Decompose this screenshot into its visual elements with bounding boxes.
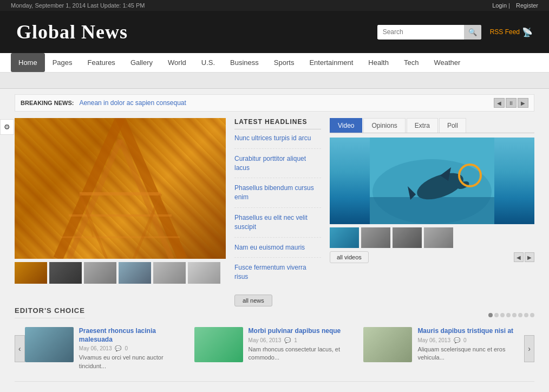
thumb-1[interactable] <box>15 262 47 284</box>
editor-article-title[interactable]: Praesent rhoncus lacinia malesuada <box>79 327 186 344</box>
thumb-4[interactable] <box>119 262 151 284</box>
ec-top: EDITOR'S CHOICE <box>15 306 534 324</box>
footer-line <box>15 381 534 387</box>
nav-item-business: Business <box>223 53 266 72</box>
editors-choice-title: EDITOR'S CHOICE <box>15 306 85 318</box>
breaking-news: BREAKING NEWS: Aenean in dolor ac sapien… <box>15 94 534 112</box>
video-thumb-4[interactable] <box>424 227 453 248</box>
editor-info: Praesent rhoncus lacinia malesuadaMay 06… <box>79 327 186 370</box>
headline-link[interactable]: Nunc ultrices turpis id arcu <box>234 134 321 143</box>
headline-item: Phasellus bibendum cursus enim <box>234 184 321 208</box>
editor-article-title[interactable]: Morbi pulvinar dapibus neque <box>249 327 355 336</box>
video-thumb-row <box>330 227 534 248</box>
video-thumb-1[interactable] <box>330 227 359 248</box>
editor-comments: 0 <box>125 345 128 351</box>
ec-dot[interactable] <box>530 313 534 317</box>
video-tabs: VideoOpinionsExtraPoll <box>330 118 534 133</box>
nav-item-u.s.: U.S. <box>194 53 223 72</box>
headline-link[interactable]: Phasellus bibendum cursus enim <box>234 184 321 202</box>
editor-info: Mauris dapibus tristique nisi atMay 06, … <box>417 327 524 362</box>
editor-date: May 06, 2013 <box>417 337 450 343</box>
nav-link-health[interactable]: Health <box>361 53 396 72</box>
breaking-news-text: Aenean in dolor ac sapien consequat <box>79 99 494 107</box>
headline-link[interactable]: Curabitur porttitor aliquet lacus <box>234 154 321 173</box>
top-bar: Monday, September 1, 2014 Last Update: 1… <box>0 0 549 11</box>
nav-item-world: World <box>160 53 194 72</box>
login-link[interactable]: Login <box>492 2 507 9</box>
breaking-next-button[interactable]: ▶ <box>518 98 528 108</box>
main-image-area <box>15 118 226 306</box>
nav-link-entertainment[interactable]: Entertainment <box>302 53 361 72</box>
settings-icon: ⚙ <box>4 123 10 131</box>
rss-icon: 📡 <box>522 27 533 37</box>
breaking-prev-button[interactable]: ◀ <box>494 98 505 108</box>
register-link[interactable]: Register <box>516 2 538 9</box>
editor-meta: May 06, 2013 💬 1 <box>249 337 355 343</box>
nav-link-world[interactable]: World <box>160 53 194 72</box>
nav-link-pages[interactable]: Pages <box>45 53 80 72</box>
video-main-image[interactable] <box>330 138 534 224</box>
all-videos-button[interactable]: all videos <box>330 251 369 263</box>
ec-dot[interactable] <box>488 313 493 317</box>
ec-dot[interactable] <box>512 313 517 317</box>
video-tab-opinions[interactable]: Opinions <box>363 118 405 133</box>
breaking-news-label: BREAKING NEWS: <box>21 100 74 106</box>
nav-item-gallery: Gallery <box>123 53 160 72</box>
nav-link-home[interactable]: Home <box>11 53 45 72</box>
nav-link-sports[interactable]: Sports <box>266 53 302 72</box>
svg-line-3 <box>120 140 172 259</box>
ec-dot[interactable] <box>524 313 528 317</box>
thumb-5[interactable] <box>153 262 186 284</box>
editors-prev-button[interactable]: ‹ <box>15 335 25 362</box>
thumb-2[interactable] <box>49 262 82 284</box>
all-news-button[interactable]: all news <box>234 295 272 306</box>
video-thumb-3[interactable] <box>393 227 422 248</box>
editor-comments: 0 <box>463 337 467 343</box>
ec-dot[interactable] <box>518 313 522 317</box>
editor-date: May 06, 2013 <box>79 345 112 351</box>
video-tab-extra[interactable]: Extra <box>407 118 438 133</box>
nav-link-tech[interactable]: Tech <box>396 53 426 72</box>
header: Global News 🔍 RSS Feed 📡 <box>0 11 549 53</box>
editor-article-title[interactable]: Mauris dapibus tristique nisi at <box>417 327 524 336</box>
editor-meta: May 06, 2013 💬 0 <box>79 345 186 351</box>
sub-header-band <box>0 73 549 89</box>
headlines-area: LATEST HEADLINES Nunc ultrices turpis id… <box>234 118 321 306</box>
video-next-button[interactable]: ▶ <box>525 252 534 262</box>
comment-icon: 💬 <box>454 337 460 343</box>
headline-link[interactable]: Nam eu euismod mauris <box>234 243 321 252</box>
eiffel-graphic <box>15 118 226 259</box>
nav-link-u.s.[interactable]: U.S. <box>194 53 223 72</box>
editor-image <box>25 327 74 362</box>
thumb-6[interactable] <box>188 262 220 284</box>
editors-next-button[interactable]: › <box>524 335 534 362</box>
video-thumb-2[interactable] <box>361 227 390 248</box>
editor-card: Morbi pulvinar dapibus nequeMay 06, 2013… <box>194 327 355 362</box>
nav-link-business[interactable]: Business <box>223 53 266 72</box>
nav-link-features[interactable]: Features <box>80 53 123 72</box>
ec-dot[interactable] <box>500 313 505 317</box>
video-tab-video[interactable]: Video <box>330 118 362 133</box>
video-prev-button[interactable]: ◀ <box>514 252 524 262</box>
nav-link-gallery[interactable]: Gallery <box>123 53 160 72</box>
editors-choice-wrapper: EDITOR'S CHOICE ‹ Praesent rhoncus lacin… <box>15 306 534 370</box>
thumb-3[interactable] <box>84 262 116 284</box>
ec-dot[interactable] <box>494 313 499 317</box>
search-input[interactable] <box>377 25 464 39</box>
ec-dot[interactable] <box>506 313 511 317</box>
editors-grid: Praesent rhoncus lacinia malesuadaMay 06… <box>25 327 524 370</box>
settings-icon-wrap[interactable]: ⚙ <box>0 119 14 135</box>
nav-link-weather[interactable]: Weather <box>426 53 468 72</box>
rss-link[interactable]: RSS Feed 📡 <box>490 27 533 37</box>
dolphin-graphic <box>330 138 534 224</box>
breaking-pause-button[interactable]: ⏸ <box>506 98 517 108</box>
headline-link[interactable]: Fusce fermentum viverra risus <box>234 263 321 282</box>
video-tab-poll[interactable]: Poll <box>439 118 466 133</box>
headline-item: Fusce fermentum viverra risus <box>234 263 321 287</box>
main-image[interactable] <box>15 118 226 259</box>
search-button[interactable]: 🔍 <box>464 25 481 40</box>
comment-icon: 💬 <box>115 345 121 351</box>
headline-link[interactable]: Phasellus eu elit nec velit suscipit <box>234 213 321 232</box>
editor-excerpt: Aliquam scelerisque nunc et eros vehicul… <box>417 345 524 362</box>
nav-item-weather: Weather <box>426 53 468 72</box>
